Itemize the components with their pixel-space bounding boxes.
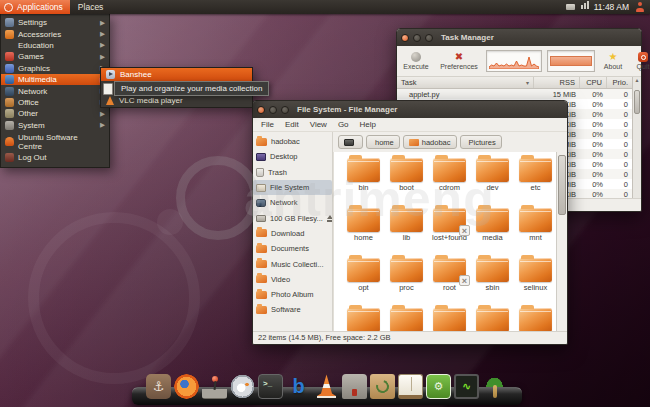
maximize-button[interactable] bbox=[425, 34, 433, 42]
sidebar-item[interactable]: Network bbox=[253, 195, 332, 210]
folder-item[interactable]: × bbox=[385, 306, 428, 331]
menubar-item[interactable]: Go bbox=[338, 120, 349, 129]
battery-icon[interactable] bbox=[566, 4, 575, 10]
places-menu-button[interactable]: Places bbox=[70, 0, 112, 14]
path-button[interactable]: Pictures bbox=[460, 135, 502, 149]
scrollbar-thumb[interactable] bbox=[634, 90, 640, 114]
sidebar-item[interactable]: Documents bbox=[253, 241, 332, 256]
close-button[interactable] bbox=[401, 34, 409, 42]
folder-item[interactable]: × cdrom bbox=[428, 156, 471, 206]
path-button[interactable] bbox=[338, 135, 363, 149]
path-button[interactable]: hadobac bbox=[403, 135, 457, 149]
menu-item-icon bbox=[5, 52, 14, 61]
menu-item[interactable]: Multimedia ▶ bbox=[1, 74, 109, 85]
about-button[interactable]: ★ About bbox=[600, 52, 626, 70]
dock-icon[interactable] bbox=[258, 374, 283, 399]
sidebar-item[interactable]: Software bbox=[253, 302, 332, 317]
applications-menu-button[interactable]: Applications bbox=[0, 0, 70, 14]
folder-item[interactable]: × dev bbox=[471, 156, 514, 206]
column-rss[interactable]: RSS bbox=[534, 77, 580, 88]
column-task[interactable]: Task▾ bbox=[397, 77, 534, 88]
menu-item[interactable]: Office ▶ bbox=[1, 97, 109, 108]
task-list-scrollbar[interactable]: ▲ bbox=[632, 77, 641, 198]
column-cpu[interactable]: CPU bbox=[580, 77, 607, 88]
dock-icon[interactable] bbox=[230, 374, 255, 399]
menubar-item[interactable]: Help bbox=[360, 120, 376, 129]
menubar-item[interactable]: File bbox=[261, 120, 274, 129]
maximize-button[interactable] bbox=[281, 106, 289, 114]
menubar-item[interactable]: View bbox=[310, 120, 327, 129]
dock-icon[interactable] bbox=[398, 374, 423, 399]
close-button[interactable] bbox=[257, 106, 265, 114]
menu-item[interactable]: Accessories ▶ bbox=[1, 28, 109, 39]
dock-icon[interactable] bbox=[454, 374, 479, 399]
menu-item[interactable]: Graphics ▶ bbox=[1, 63, 109, 74]
folder-item[interactable]: × etc bbox=[514, 156, 556, 206]
sidebar-item[interactable]: Download bbox=[253, 226, 332, 241]
submenu-item[interactable]: Banshee bbox=[101, 68, 252, 81]
sidebar-item-icon bbox=[256, 229, 267, 237]
path-button[interactable]: home bbox=[366, 135, 400, 149]
clock[interactable]: 11:48 AM bbox=[594, 2, 629, 12]
folder-item[interactable]: × proc bbox=[385, 256, 428, 306]
wifi-icon[interactable] bbox=[581, 5, 583, 9]
sidebar-item[interactable]: Music Collecti... bbox=[253, 256, 332, 271]
folder-item[interactable]: × media bbox=[471, 206, 514, 256]
execute-button[interactable]: Execute bbox=[400, 52, 432, 70]
folder-item[interactable]: × mnt bbox=[514, 206, 556, 256]
submenu-arrow-icon: ▶ bbox=[100, 30, 105, 38]
folder-item[interactable]: × home bbox=[342, 206, 385, 256]
menu-item[interactable]: Ubuntu Software Centre ▶ bbox=[1, 136, 109, 147]
folder-item[interactable]: × selinux bbox=[514, 256, 556, 306]
sidebar-item[interactable]: File System bbox=[253, 180, 332, 195]
folder-item[interactable]: × root bbox=[428, 256, 471, 306]
preferences-button[interactable]: ✖ Preferences bbox=[437, 52, 481, 70]
task-table-header[interactable]: Task▾ RSS CPU Prio. bbox=[397, 77, 641, 89]
power-icon bbox=[638, 52, 648, 62]
task-manager-titlebar[interactable]: Task Manager bbox=[397, 29, 641, 46]
dock-icon[interactable] bbox=[426, 374, 451, 399]
folder-item[interactable]: × bbox=[514, 306, 556, 331]
folder-item[interactable]: × lost+found bbox=[428, 206, 471, 256]
eject-icon[interactable] bbox=[327, 215, 332, 222]
menu-item[interactable]: System ▶ bbox=[1, 120, 109, 131]
sidebar-item[interactable]: Photo Album bbox=[253, 287, 332, 302]
folder-item[interactable]: × bbox=[428, 306, 471, 331]
folder-item[interactable]: × lib bbox=[385, 206, 428, 256]
dock-icon[interactable] bbox=[482, 374, 507, 399]
sidebar-item[interactable]: Desktop bbox=[253, 149, 332, 164]
dock-icon[interactable] bbox=[370, 374, 395, 399]
folder-item[interactable]: × opt bbox=[342, 256, 385, 306]
menubar-item[interactable]: Edit bbox=[285, 120, 299, 129]
dock-icon[interactable] bbox=[314, 374, 339, 399]
menu-item[interactable]: Network ▶ bbox=[1, 85, 109, 96]
folder-item[interactable]: × sbin bbox=[471, 256, 514, 306]
task-row[interactable]: applet.py 15 MiB 0% 0 bbox=[397, 89, 632, 99]
menu-item[interactable]: Other ▶ bbox=[1, 108, 109, 119]
minimize-button[interactable] bbox=[413, 34, 421, 42]
sidebar-item[interactable]: Video bbox=[253, 272, 332, 287]
dock-icon[interactable] bbox=[342, 374, 367, 399]
folder-item[interactable]: × bbox=[342, 306, 385, 331]
folder-item[interactable]: × boot bbox=[385, 156, 428, 206]
file-manager-titlebar[interactable]: File System - File Manager bbox=[253, 101, 567, 118]
scrollbar-thumb[interactable] bbox=[558, 155, 566, 215]
sidebar-item[interactable]: hadobac bbox=[253, 134, 332, 149]
dock-icon[interactable] bbox=[174, 374, 199, 399]
minimize-button[interactable] bbox=[269, 106, 277, 114]
dock-icon[interactable] bbox=[286, 374, 311, 399]
folder-item[interactable]: × bbox=[471, 306, 514, 331]
dock-icon[interactable] bbox=[146, 374, 171, 399]
sidebar-item[interactable]: 100 GB Filesy... bbox=[253, 210, 332, 225]
quit-button[interactable]: Quit bbox=[631, 52, 650, 70]
column-prio[interactable]: Prio. bbox=[607, 77, 632, 88]
session-menu-icon[interactable] bbox=[635, 2, 645, 12]
folder-item[interactable]: × bin bbox=[342, 156, 385, 206]
menu-item[interactable]: Log Out ▶ bbox=[1, 152, 109, 163]
sidebar-item[interactable]: Trash bbox=[253, 165, 332, 180]
menu-item[interactable]: Education ▶ bbox=[1, 40, 109, 51]
menu-item[interactable]: Settings ▶ bbox=[1, 17, 109, 28]
menu-item[interactable]: Games ▶ bbox=[1, 51, 109, 62]
dock-icon[interactable] bbox=[202, 374, 227, 399]
file-view-scrollbar[interactable] bbox=[556, 152, 567, 331]
